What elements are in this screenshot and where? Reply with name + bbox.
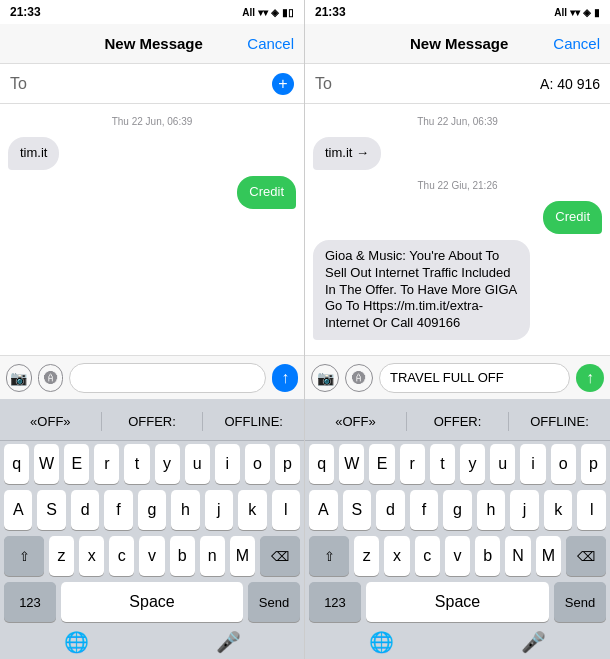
left-key-l[interactable]: l <box>272 490 300 530</box>
left-received-bubble-1: tim.it <box>8 137 59 170</box>
right-autocomplete-3[interactable]: OFFLINE: <box>509 412 610 431</box>
left-add-contact-button[interactable]: + <box>272 73 294 95</box>
left-autocomplete-2[interactable]: OFFER: <box>102 412 204 431</box>
left-numbers-key[interactable]: 123 <box>4 582 56 622</box>
left-key-g[interactable]: g <box>138 490 166 530</box>
right-key-x[interactable]: x <box>384 536 409 576</box>
right-to-field[interactable]: To A: 40 916 <box>305 64 610 104</box>
left-time: 21:33 <box>10 5 41 19</box>
right-globe-icon[interactable]: 🌐 <box>369 630 394 654</box>
left-key-h[interactable]: h <box>171 490 199 530</box>
left-key-u[interactable]: u <box>185 444 210 484</box>
right-key-k[interactable]: k <box>544 490 573 530</box>
right-backspace-key[interactable]: ⌫ <box>566 536 606 576</box>
right-key-e[interactable]: E <box>369 444 394 484</box>
left-key-r[interactable]: r <box>94 444 119 484</box>
right-key-c[interactable]: c <box>415 536 440 576</box>
left-key-j[interactable]: j <box>205 490 233 530</box>
right-key-q[interactable]: q <box>309 444 334 484</box>
left-key-q[interactable]: q <box>4 444 29 484</box>
left-key-w[interactable]: W <box>34 444 59 484</box>
left-key-t[interactable]: t <box>124 444 149 484</box>
left-key-x[interactable]: x <box>79 536 104 576</box>
left-message-input[interactable] <box>69 363 266 393</box>
right-send-button[interactable]: ↑ <box>576 364 604 392</box>
right-key-p[interactable]: p <box>581 444 606 484</box>
left-key-d2[interactable]: d <box>71 490 99 530</box>
left-key-b[interactable]: b <box>170 536 195 576</box>
right-camera-icon[interactable]: 📷 <box>311 364 339 392</box>
left-key-o[interactable]: o <box>245 444 270 484</box>
left-camera-icon[interactable]: 📷 <box>6 364 32 392</box>
left-key-a[interactable]: A <box>4 490 32 530</box>
right-key-s[interactable]: S <box>343 490 372 530</box>
right-key-v[interactable]: v <box>445 536 470 576</box>
left-autocomplete-1[interactable]: «OFF» <box>0 412 102 431</box>
right-key-b[interactable]: b <box>475 536 500 576</box>
left-backspace-key[interactable]: ⌫ <box>260 536 300 576</box>
left-key-c[interactable]: c <box>109 536 134 576</box>
left-key-f[interactable]: f <box>104 490 132 530</box>
right-cancel-button[interactable]: Cancel <box>553 35 600 52</box>
right-key-r[interactable]: r <box>400 444 425 484</box>
left-mic-icon[interactable]: 🎤 <box>216 630 241 654</box>
right-key-i[interactable]: i <box>520 444 545 484</box>
left-to-field[interactable]: To + <box>0 64 304 104</box>
left-send-button[interactable]: ↑ <box>272 364 298 392</box>
left-key-y[interactable]: y <box>155 444 180 484</box>
left-key-k[interactable]: k <box>238 490 266 530</box>
right-key-a[interactable]: A <box>309 490 338 530</box>
right-key-h[interactable]: h <box>477 490 506 530</box>
left-key-s[interactable]: S <box>37 490 65 530</box>
right-key-o[interactable]: o <box>551 444 576 484</box>
left-key-e[interactable]: E <box>64 444 89 484</box>
right-key-y[interactable]: y <box>460 444 485 484</box>
right-space-key[interactable]: Space <box>366 582 549 622</box>
right-key-n[interactable]: N <box>505 536 530 576</box>
left-status-bar: 21:33 All ▾▾ ◈ ▮▯ <box>0 0 304 24</box>
right-key-z[interactable]: z <box>354 536 379 576</box>
right-key-f[interactable]: f <box>410 490 439 530</box>
left-key-n[interactable]: n <box>200 536 225 576</box>
left-key-v[interactable]: v <box>139 536 164 576</box>
left-cancel-button[interactable]: Cancel <box>247 35 294 52</box>
left-autocomplete-3[interactable]: OFFLINE: <box>203 412 304 431</box>
right-time: 21:33 <box>315 5 346 19</box>
left-key-row-1: q W E r t y u i o p <box>0 441 304 487</box>
right-key-m[interactable]: M <box>536 536 561 576</box>
right-numbers-key[interactable]: 123 <box>309 582 361 622</box>
right-autocomplete-2[interactable]: OFFER: <box>407 412 509 431</box>
left-battery-icon: ▮▯ <box>282 7 294 18</box>
right-appstore-icon[interactable]: 🅐 <box>345 364 373 392</box>
right-key-u[interactable]: u <box>490 444 515 484</box>
left-key-z[interactable]: z <box>49 536 74 576</box>
left-key-m[interactable]: M <box>230 536 255 576</box>
left-shift-key[interactable]: ⇧ <box>4 536 44 576</box>
right-wifi-icon: ◈ <box>583 7 591 18</box>
left-key-i[interactable]: i <box>215 444 240 484</box>
right-autocomplete-bar: «OFF» OFFER: OFFLINE: <box>305 403 610 441</box>
left-key-row-4: 123 Space Send <box>0 579 304 625</box>
right-key-g[interactable]: g <box>443 490 472 530</box>
right-message-input[interactable] <box>379 363 570 393</box>
right-key-w[interactable]: W <box>339 444 364 484</box>
right-key-j[interactable]: j <box>510 490 539 530</box>
left-send-key[interactable]: Send <box>248 582 300 622</box>
left-globe-icon[interactable]: 🌐 <box>64 630 89 654</box>
right-key-d[interactable]: d <box>376 490 405 530</box>
right-mic-icon[interactable]: 🎤 <box>521 630 546 654</box>
right-key-t[interactable]: t <box>430 444 455 484</box>
right-key-row-4: 123 Space Send <box>305 579 610 625</box>
right-carrier: All <box>554 7 567 18</box>
right-key-l[interactable]: l <box>577 490 606 530</box>
left-appstore-icon[interactable]: 🅐 <box>38 364 64 392</box>
left-space-key[interactable]: Space <box>61 582 243 622</box>
right-send-key[interactable]: Send <box>554 582 606 622</box>
left-status-icons: All ▾▾ ◈ ▮▯ <box>242 7 294 18</box>
left-key-row-3: ⇧ z x c v b n M ⌫ <box>0 533 304 579</box>
right-nav-bar: New Message Cancel <box>305 24 610 64</box>
right-autocomplete-1[interactable]: «OFF» <box>305 412 407 431</box>
left-to-label: To <box>10 75 27 93</box>
right-shift-key[interactable]: ⇧ <box>309 536 349 576</box>
left-key-p[interactable]: p <box>275 444 300 484</box>
